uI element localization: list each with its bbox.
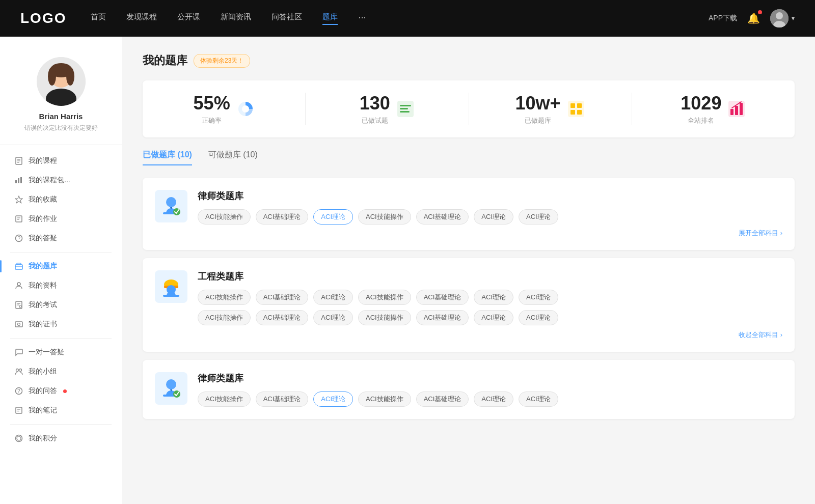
tag-item[interactable]: ACI技能操作: [198, 391, 251, 407]
sidebar-item-one-on-one[interactable]: 一对一答疑: [0, 343, 122, 362]
sidebar-item-profile[interactable]: 我的资料: [0, 276, 122, 295]
svg-point-25: [17, 283, 20, 286]
bank-card-engineer-tags-row1: ACI技能操作 ACI基础理论 ACI理论 ACI技能操作 ACI基础理论 AC…: [198, 290, 782, 305]
stat-questions: 130 已做试题: [306, 93, 469, 125]
stat-ranking-number: 1029: [681, 93, 721, 114]
svg-rect-45: [400, 108, 408, 109]
tag-item[interactable]: ACI理论: [519, 209, 558, 225]
nav-open[interactable]: 公开课: [177, 12, 200, 25]
tag-item-active[interactable]: ACI理论: [313, 391, 353, 407]
tag-item[interactable]: ACI技能操作: [358, 209, 411, 225]
sidebar-item-courses-label: 我的课程: [29, 156, 57, 165]
tag-item[interactable]: ACI基础理论: [256, 209, 309, 225]
tag-item[interactable]: ACI基础理论: [256, 391, 309, 407]
svg-rect-44: [400, 105, 411, 106]
bank-card-lawyer-tags: ACI技能操作 ACI基础理论 ACI理论 ACI技能操作 ACI基础理论 AC…: [198, 209, 782, 225]
tag-item[interactable]: ACI理论: [474, 290, 513, 305]
tag-item[interactable]: ACI技能操作: [358, 290, 411, 305]
avatar-chevron-icon: ▾: [792, 15, 795, 22]
lawyer2-icon: [155, 372, 187, 405]
sidebar-item-bank-label: 我的题库: [29, 262, 57, 271]
nav-home[interactable]: 首页: [91, 12, 106, 25]
sidebar-item-qa[interactable]: ? 我的答疑: [0, 229, 122, 248]
sidebar-item-points[interactable]: 我的积分: [0, 429, 122, 448]
svg-rect-48: [570, 103, 575, 108]
nav-more[interactable]: ···: [358, 12, 366, 25]
svg-text:?: ?: [18, 236, 21, 241]
svg-rect-53: [730, 109, 734, 115]
tag-item[interactable]: ACI理论: [313, 290, 353, 305]
tag-item[interactable]: ACI基础理论: [416, 209, 469, 225]
tag-item[interactable]: ACI基础理论: [256, 310, 309, 325]
app-download-button[interactable]: APP下载: [709, 14, 737, 23]
exam-icon: [14, 300, 23, 310]
menu-divider-2: [10, 338, 112, 339]
stat-questions-number: 130: [360, 93, 390, 114]
svg-point-40: [17, 436, 21, 440]
avatar-area[interactable]: ▾: [770, 9, 795, 27]
tag-item[interactable]: ACI基础理论: [256, 290, 309, 305]
tag-item[interactable]: ACI基础理论: [416, 391, 469, 407]
tag-item[interactable]: ACI理论: [474, 209, 513, 225]
nav-qa[interactable]: 问答社区: [271, 12, 302, 25]
sidebar-item-courses[interactable]: 我的课程: [0, 151, 122, 171]
notes-icon: [14, 406, 23, 415]
tag-item[interactable]: ACI技能操作: [358, 391, 411, 407]
bank-card-lawyer: 律师类题库 ACI技能操作 ACI基础理论 ACI理论 ACI技能操作 ACI基…: [143, 178, 795, 250]
nav-news[interactable]: 新闻资讯: [221, 12, 251, 25]
tag-item[interactable]: ACI理论: [519, 391, 558, 407]
main-layout: Brian Harris 错误的决定比没有决定要好 我的课程 我的课程包...: [0, 37, 815, 504]
sidebar-item-homework[interactable]: 我的作业: [0, 209, 122, 229]
sidebar-menu: 我的课程 我的课程包... 我的收藏 我的作业: [0, 145, 122, 454]
sidebar-item-notes[interactable]: 我的笔记: [0, 401, 122, 420]
bell-icon[interactable]: 🔔: [747, 12, 760, 24]
stat-questions-label: 已做试题: [360, 116, 390, 125]
sidebar-item-course-pack-label: 我的课程包...: [29, 176, 70, 185]
tag-item[interactable]: ACI技能操作: [198, 209, 251, 225]
svg-point-42: [242, 105, 249, 113]
svg-marker-16: [15, 196, 22, 203]
avatar: [770, 9, 789, 27]
sidebar-item-exam[interactable]: 我的考试: [0, 295, 122, 315]
sidebar-item-favorites[interactable]: 我的收藏: [0, 190, 122, 209]
tag-item[interactable]: ACI理论: [519, 310, 558, 325]
tag-item[interactable]: ACI技能操作: [358, 310, 411, 325]
nav-discover[interactable]: 发现课程: [126, 12, 157, 25]
sidebar-item-exam-label: 我的考试: [29, 300, 57, 310]
sidebar-item-questions[interactable]: ? 我的问答: [0, 381, 122, 401]
page-title: 我的题库: [143, 53, 187, 68]
sidebar-item-notes-label: 我的笔记: [29, 406, 57, 415]
bank-card-engineer-name: 工程类题库: [198, 270, 782, 283]
sidebar-item-group[interactable]: 我的小组: [0, 362, 122, 381]
svg-rect-63: [163, 295, 179, 297]
stat-banks: 10w+ 已做题库: [469, 93, 632, 125]
menu-divider-1: [10, 252, 112, 253]
tag-item[interactable]: ACI理论: [519, 290, 558, 305]
svg-rect-22: [15, 265, 22, 269]
svg-text:?: ?: [17, 388, 20, 394]
sidebar-item-course-pack[interactable]: 我的课程包...: [0, 171, 122, 190]
points-icon: [14, 434, 23, 443]
expand-lawyer-link[interactable]: 展开全部科目 ›: [198, 229, 782, 238]
tabs-row: 已做题库 (10) 可做题库 (10): [143, 150, 795, 165]
bank-card-engineer-header: 工程类题库 ACI技能操作 ACI基础理论 ACI理论 ACI技能操作 ACI基…: [155, 270, 782, 340]
tag-item[interactable]: ACI技能操作: [198, 310, 251, 325]
nav-bank[interactable]: 题库: [322, 12, 338, 25]
tag-item[interactable]: ACI理论: [313, 310, 353, 325]
profile-avatar: [37, 57, 86, 106]
tag-item[interactable]: ACI理论: [474, 310, 513, 325]
sidebar-item-cert[interactable]: 我的证书: [0, 315, 122, 334]
engineer-icon: [155, 270, 187, 303]
question-circle-icon: ?: [14, 234, 23, 243]
bank-info: 律师类题库 ACI技能操作 ACI基础理论 ACI理论 ACI技能操作 ACI基…: [198, 190, 782, 238]
tag-item[interactable]: ACI基础理论: [416, 290, 469, 305]
tag-item-active[interactable]: ACI理论: [313, 209, 353, 225]
tag-item[interactable]: ACI理论: [474, 391, 513, 407]
sidebar-item-bank[interactable]: 我的题库: [0, 257, 122, 276]
tab-done-banks[interactable]: 已做题库 (10): [143, 150, 192, 165]
tab-available-banks[interactable]: 可做题库 (10): [208, 150, 258, 165]
tag-item[interactable]: ACI基础理论: [416, 310, 469, 325]
tag-item[interactable]: ACI技能操作: [198, 290, 251, 305]
person-icon: [14, 281, 23, 290]
collapse-engineer-link[interactable]: 收起全部科目 ›: [198, 330, 782, 340]
